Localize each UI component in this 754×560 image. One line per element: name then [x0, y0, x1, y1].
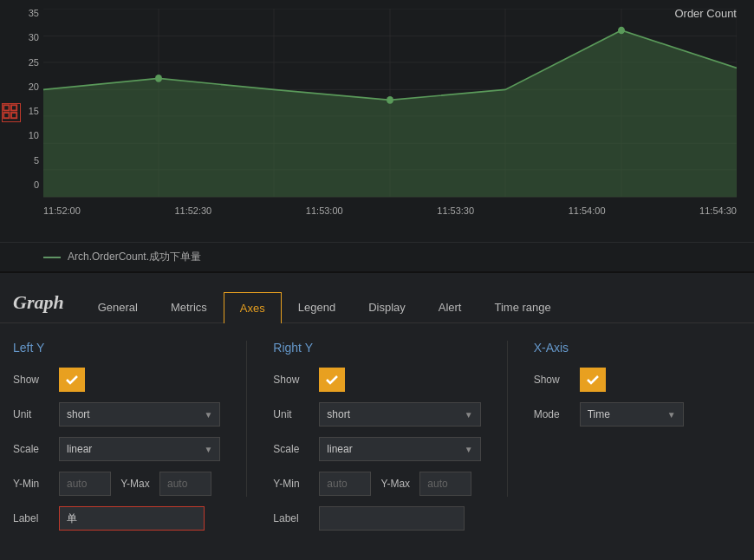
chevron-down-icon: ▼: [667, 410, 676, 420]
x-axis-mode-select[interactable]: Time ▼: [580, 402, 684, 427]
tab-metrics[interactable]: Metrics: [154, 292, 224, 323]
right-y-scale-select[interactable]: linear ▼: [319, 437, 480, 461]
right-y-unit-label: Unit: [273, 408, 312, 420]
left-y-label-input[interactable]: [59, 506, 205, 531]
x-axis-labels: 11:52:00 11:52:30 11:53:00 11:53:30 11:5…: [43, 199, 737, 216]
right-y-show-label: Show: [273, 374, 312, 386]
bottom-panel: Graph General Metrics Axes Legend Displa…: [0, 273, 754, 560]
x-axis-title: X-Axis: [534, 341, 741, 355]
x-axis-mode-label: Mode: [534, 408, 573, 420]
tabs: General Metrics Axes Legend Display Aler…: [81, 282, 568, 323]
svg-point-21: [618, 27, 625, 35]
right-y-ymax-input[interactable]: [419, 472, 471, 496]
panel-title: Graph: [13, 291, 64, 314]
chevron-down-icon: ▼: [204, 410, 212, 420]
right-y-label-input[interactable]: [319, 506, 465, 531]
left-y-scale-select[interactable]: linear ▼: [59, 437, 220, 461]
divider-left: [246, 341, 247, 497]
left-y-label-label: Label: [13, 512, 52, 524]
right-y-ymax-label: Y-Max: [378, 478, 413, 490]
left-y-show-label: Show: [13, 374, 52, 386]
x-axis-show-label: Show: [534, 374, 573, 386]
left-y-unit-select[interactable]: short ▼: [59, 402, 220, 427]
right-y-ymin-input[interactable]: [319, 472, 371, 496]
line-chart: [43, 9, 737, 216]
right-y-label-row: Label: [273, 506, 480, 531]
tab-legend[interactable]: Legend: [282, 292, 352, 323]
tab-general[interactable]: General: [81, 292, 154, 323]
chevron-down-icon: ▼: [204, 445, 212, 454]
right-y-scale-row: Scale linear ▼: [273, 437, 480, 461]
left-y-scale-label: Scale: [13, 443, 52, 455]
right-y-show-row: Show: [273, 368, 480, 392]
chevron-down-icon: ▼: [465, 410, 473, 420]
x-axis-section: X-Axis Show Mode Time ▼: [534, 341, 741, 541]
left-y-label-row: Label: [13, 506, 220, 531]
legend-label: Arch.OrderCount.成功下单量: [68, 250, 201, 264]
left-y-ymin-label: Y-Min: [13, 478, 52, 490]
left-y-ymax-input[interactable]: [159, 472, 211, 496]
left-y-show-checkbox[interactable]: [59, 368, 85, 392]
left-y-unit-label: Unit: [13, 408, 52, 420]
right-y-minmax-row: Y-Min Y-Max: [273, 472, 480, 496]
right-y-title: Right Y: [273, 341, 480, 355]
left-y-ymax-label: Y-Max: [118, 478, 153, 490]
tab-display[interactable]: Display: [352, 292, 422, 323]
x-axis-mode-row: Mode Time ▼: [534, 402, 741, 427]
svg-point-20: [387, 96, 393, 104]
left-y-title: Left Y: [13, 341, 220, 355]
legend-area: Arch.OrderCount.成功下单量: [0, 243, 754, 273]
axes-content: Left Y Show Unit short ▼ Scale: [0, 323, 754, 558]
divider-right: [507, 341, 508, 497]
left-y-show-row: Show: [13, 368, 220, 392]
right-y-unit-row: Unit short ▼: [273, 402, 480, 427]
left-y-unit-row: Unit short ▼: [13, 402, 220, 427]
chevron-down-icon: ▼: [465, 445, 473, 454]
right-y-section: Right Y Show Unit short ▼ Scale: [273, 341, 480, 541]
graph-header: Graph General Metrics Axes Legend Displa…: [0, 282, 754, 323]
tab-axes[interactable]: Axes: [224, 292, 282, 323]
right-y-scale-label: Scale: [273, 443, 312, 455]
chart-container: Order Count 0 5 10 15 20 25 30 35: [0, 0, 754, 243]
legend-line-indicator: [43, 257, 61, 258]
right-y-ymin-label: Y-Min: [273, 478, 312, 490]
svg-point-19: [155, 75, 162, 82]
right-y-unit-select[interactable]: short ▼: [319, 402, 480, 427]
left-y-ymin-input[interactable]: [59, 472, 111, 496]
tab-time-range[interactable]: Time range: [478, 292, 567, 323]
left-y-section: Left Y Show Unit short ▼ Scale: [13, 341, 220, 541]
chart-area: 0 5 10 15 20 25 30 35: [43, 9, 737, 216]
left-y-minmax-row: Y-Min Y-Max: [13, 472, 220, 496]
right-y-show-checkbox[interactable]: [319, 368, 345, 392]
tab-alert[interactable]: Alert: [422, 292, 478, 323]
y-axis-labels: 0 5 10 15 20 25 30 35: [4, 9, 39, 190]
x-axis-show-row: Show: [534, 368, 741, 392]
x-axis-show-checkbox[interactable]: [580, 368, 606, 392]
right-y-label-label: Label: [273, 512, 312, 524]
left-y-scale-row: Scale linear ▼: [13, 437, 220, 461]
